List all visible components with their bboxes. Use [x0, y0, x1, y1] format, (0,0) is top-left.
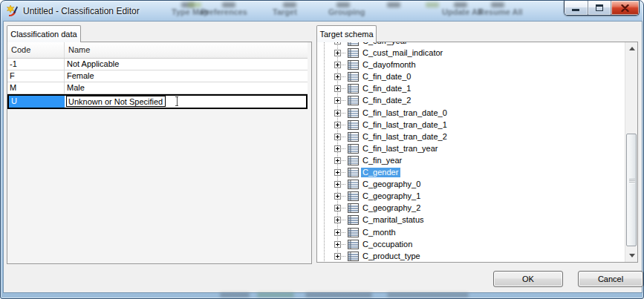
- plus-expand-icon[interactable]: [334, 217, 341, 223]
- scrollbar-thumb[interactable]: [626, 134, 637, 246]
- column-header-code[interactable]: Code: [7, 42, 65, 58]
- tree-item-label[interactable]: C_geography_2: [361, 203, 423, 213]
- table-icon: [348, 191, 359, 201]
- tree-item-label[interactable]: C_fin_last_tran_date_1: [361, 120, 449, 130]
- vertical-scrollbar[interactable]: [625, 42, 637, 262]
- plus-expand-icon[interactable]: [334, 50, 341, 56]
- tree-item[interactable]: C_geography_1: [317, 191, 623, 203]
- background-toolbar-icon-blur: [283, 2, 296, 7]
- minimize-button[interactable]: [565, 1, 588, 15]
- scroll-down-button[interactable]: [625, 249, 638, 262]
- table-icon: [348, 168, 359, 177]
- background-toolbar-icon-blur: [491, 2, 504, 7]
- tree-connector-line: [342, 232, 346, 233]
- tree-item[interactable]: C_occupation: [317, 239, 623, 251]
- tree-item[interactable]: C_fin_year: [317, 155, 623, 167]
- close-button[interactable]: [611, 1, 639, 15]
- tree-item[interactable]: C_fin_last_tran_date_0: [317, 108, 623, 119]
- tree-item[interactable]: C_product_type: [317, 251, 623, 263]
- plus-expand-icon[interactable]: [334, 169, 341, 176]
- tree-item-label[interactable]: C_fin_date_2: [361, 96, 413, 105]
- tree-item[interactable]: C_fin_last_tran_date_1: [317, 119, 623, 131]
- tree-connector-line: [342, 172, 346, 173]
- tree-item-label[interactable]: C_geography_0: [361, 180, 423, 189]
- tree-item[interactable]: C_fin_last_tran_date_2: [317, 131, 623, 143]
- tree-item-label[interactable]: C_fin_last_tran_year: [361, 144, 440, 154]
- bottom-frame-blur: [305, 293, 372, 297]
- table-row-editing[interactable]: U Unknown or Not Specified: [7, 94, 308, 109]
- cell-name-editing[interactable]: Unknown or Not Specified: [65, 96, 306, 108]
- plus-expand-icon[interactable]: [334, 134, 341, 140]
- tree-item-label[interactable]: C_fin_year: [361, 156, 404, 165]
- tab-target-schema[interactable]: Target schema: [316, 25, 377, 42]
- tree-item-label[interactable]: C_dayofmonth: [361, 60, 418, 70]
- cell-code[interactable]: -1: [7, 59, 65, 70]
- table-icon: [348, 252, 359, 261]
- plus-expand-icon[interactable]: [334, 73, 341, 80]
- tree-item-label[interactable]: C_cust_mail_indicator: [361, 48, 445, 58]
- background-toolbar-item: Resume All: [478, 7, 523, 16]
- inline-edit-input[interactable]: Unknown or Not Specified: [66, 96, 166, 107]
- table-row[interactable]: F Female: [7, 70, 308, 82]
- table-icon: [348, 132, 359, 142]
- tree-item[interactable]: C_fin_date_2: [317, 95, 623, 107]
- tree-item[interactable]: C_geography_2: [317, 203, 623, 214]
- plus-expand-icon[interactable]: [334, 145, 341, 152]
- tree-connector-line: [342, 256, 346, 257]
- tree-item[interactable]: C_geography_0: [317, 179, 623, 191]
- table-icon: [348, 156, 359, 165]
- plus-expand-icon[interactable]: [334, 193, 341, 200]
- tree-item-label[interactable]: C_occupation: [361, 240, 414, 249]
- tree-item-label[interactable]: C_marital_status: [361, 215, 426, 225]
- cancel-button[interactable]: Cancel: [578, 271, 643, 287]
- column-header-name[interactable]: Name: [65, 42, 308, 58]
- plus-expand-icon[interactable]: [334, 241, 341, 248]
- cell-code[interactable]: M: [7, 82, 65, 93]
- plus-expand-icon[interactable]: [334, 110, 341, 116]
- cell-code[interactable]: F: [7, 70, 65, 82]
- plus-expand-icon[interactable]: [334, 157, 341, 164]
- scroll-up-button[interactable]: [625, 42, 638, 55]
- table-row[interactable]: -1 Not Applicable: [7, 59, 308, 70]
- plus-expand-icon[interactable]: [334, 85, 341, 92]
- tree-item-label[interactable]: C_fin_last_tran_date_2: [361, 132, 449, 142]
- table-icon: [348, 48, 359, 58]
- plus-expand-icon[interactable]: [334, 97, 341, 104]
- tab-target-schema-label: Target schema: [319, 30, 373, 39]
- tree-item[interactable]: C_curr_year: [317, 42, 623, 47]
- tree-item-label[interactable]: C_fin_last_tran_date_0: [361, 108, 449, 118]
- tree-item[interactable]: C_dayofmonth: [317, 59, 623, 71]
- cell-name[interactable]: Female: [65, 70, 308, 82]
- tree-item[interactable]: C_month: [317, 227, 623, 239]
- cell-name[interactable]: Male: [65, 82, 308, 93]
- plus-expand-icon[interactable]: [334, 181, 341, 188]
- plus-expand-icon[interactable]: [334, 205, 341, 211]
- cell-code-selected[interactable]: U: [9, 96, 65, 108]
- plus-expand-icon[interactable]: [334, 253, 341, 260]
- titlebar[interactable]: Type MapPreferencesTargetGroupingUpdate …: [1, 1, 643, 22]
- ok-button[interactable]: OK: [493, 271, 563, 287]
- tree-item[interactable]: C_marital_status: [317, 214, 623, 226]
- plus-expand-icon[interactable]: [334, 62, 341, 68]
- tab-classification-data[interactable]: Classification data: [7, 25, 81, 42]
- text-cursor-icon: [175, 96, 180, 106]
- tree-item-label[interactable]: C_geography_1: [361, 191, 423, 201]
- classification-editor-window: Type MapPreferencesTargetGroupingUpdate …: [0, 0, 644, 299]
- tree-item-label[interactable]: C_product_type: [361, 252, 423, 261]
- tree-item[interactable]: C_fin_date_0: [317, 71, 623, 83]
- tree-item[interactable]: C_fin_date_1: [317, 83, 623, 95]
- plus-expand-icon[interactable]: [334, 122, 341, 128]
- tree-item-label[interactable]: C_fin_date_1: [361, 84, 413, 93]
- tree-item[interactable]: C_fin_last_tran_year: [317, 143, 623, 155]
- maximize-button[interactable]: [588, 1, 612, 15]
- tree-item-label[interactable]: C_month: [361, 228, 398, 237]
- table-icon: [348, 96, 359, 105]
- tree-item[interactable]: C_cust_mail_indicator: [317, 47, 623, 59]
- tree-item-label[interactable]: C_fin_date_0: [361, 72, 413, 82]
- plus-expand-icon[interactable]: [334, 229, 341, 236]
- background-toolbar-item: Grouping: [328, 7, 365, 16]
- table-row[interactable]: M Male: [7, 82, 308, 94]
- cell-name[interactable]: Not Applicable: [65, 59, 308, 70]
- tree-item[interactable]: C_gender: [317, 167, 623, 179]
- tree-item-label[interactable]: C_gender: [361, 168, 400, 177]
